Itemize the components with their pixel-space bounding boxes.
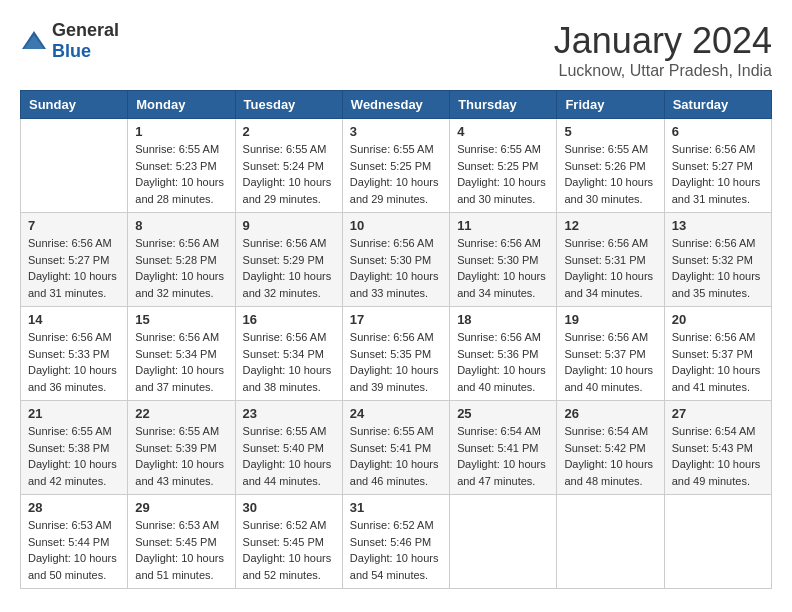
day-number: 6 xyxy=(672,124,764,139)
calendar-cell: 29Sunrise: 6:53 AM Sunset: 5:45 PM Dayli… xyxy=(128,495,235,589)
calendar-week-row: 7Sunrise: 6:56 AM Sunset: 5:27 PM Daylig… xyxy=(21,213,772,307)
calendar-cell: 30Sunrise: 6:52 AM Sunset: 5:45 PM Dayli… xyxy=(235,495,342,589)
column-header-friday: Friday xyxy=(557,91,664,119)
calendar-cell: 9Sunrise: 6:56 AM Sunset: 5:29 PM Daylig… xyxy=(235,213,342,307)
month-year-title: January 2024 xyxy=(554,20,772,62)
day-number: 21 xyxy=(28,406,120,421)
column-header-sunday: Sunday xyxy=(21,91,128,119)
day-info: Sunrise: 6:56 AM Sunset: 5:29 PM Dayligh… xyxy=(243,235,335,301)
day-number: 2 xyxy=(243,124,335,139)
logo-blue: Blue xyxy=(52,41,91,61)
calendar-cell: 19Sunrise: 6:56 AM Sunset: 5:37 PM Dayli… xyxy=(557,307,664,401)
day-number: 31 xyxy=(350,500,442,515)
day-number: 29 xyxy=(135,500,227,515)
column-header-monday: Monday xyxy=(128,91,235,119)
day-number: 30 xyxy=(243,500,335,515)
day-number: 5 xyxy=(564,124,656,139)
day-info: Sunrise: 6:52 AM Sunset: 5:46 PM Dayligh… xyxy=(350,517,442,583)
day-number: 10 xyxy=(350,218,442,233)
day-number: 26 xyxy=(564,406,656,421)
day-number: 27 xyxy=(672,406,764,421)
day-number: 9 xyxy=(243,218,335,233)
day-info: Sunrise: 6:52 AM Sunset: 5:45 PM Dayligh… xyxy=(243,517,335,583)
calendar-cell: 31Sunrise: 6:52 AM Sunset: 5:46 PM Dayli… xyxy=(342,495,449,589)
calendar-cell: 16Sunrise: 6:56 AM Sunset: 5:34 PM Dayli… xyxy=(235,307,342,401)
calendar-week-row: 1Sunrise: 6:55 AM Sunset: 5:23 PM Daylig… xyxy=(21,119,772,213)
calendar-cell: 17Sunrise: 6:56 AM Sunset: 5:35 PM Dayli… xyxy=(342,307,449,401)
day-info: Sunrise: 6:53 AM Sunset: 5:45 PM Dayligh… xyxy=(135,517,227,583)
day-info: Sunrise: 6:53 AM Sunset: 5:44 PM Dayligh… xyxy=(28,517,120,583)
day-number: 24 xyxy=(350,406,442,421)
day-number: 12 xyxy=(564,218,656,233)
column-header-wednesday: Wednesday xyxy=(342,91,449,119)
day-number: 28 xyxy=(28,500,120,515)
day-info: Sunrise: 6:55 AM Sunset: 5:39 PM Dayligh… xyxy=(135,423,227,489)
day-info: Sunrise: 6:56 AM Sunset: 5:28 PM Dayligh… xyxy=(135,235,227,301)
day-number: 18 xyxy=(457,312,549,327)
calendar-cell: 5Sunrise: 6:55 AM Sunset: 5:26 PM Daylig… xyxy=(557,119,664,213)
calendar-cell: 8Sunrise: 6:56 AM Sunset: 5:28 PM Daylig… xyxy=(128,213,235,307)
day-info: Sunrise: 6:56 AM Sunset: 5:37 PM Dayligh… xyxy=(672,329,764,395)
calendar-cell: 25Sunrise: 6:54 AM Sunset: 5:41 PM Dayli… xyxy=(450,401,557,495)
calendar-cell: 21Sunrise: 6:55 AM Sunset: 5:38 PM Dayli… xyxy=(21,401,128,495)
day-info: Sunrise: 6:56 AM Sunset: 5:34 PM Dayligh… xyxy=(135,329,227,395)
day-number: 8 xyxy=(135,218,227,233)
calendar-header-row: SundayMondayTuesdayWednesdayThursdayFrid… xyxy=(21,91,772,119)
calendar-cell: 15Sunrise: 6:56 AM Sunset: 5:34 PM Dayli… xyxy=(128,307,235,401)
calendar-week-row: 21Sunrise: 6:55 AM Sunset: 5:38 PM Dayli… xyxy=(21,401,772,495)
day-info: Sunrise: 6:55 AM Sunset: 5:25 PM Dayligh… xyxy=(350,141,442,207)
day-info: Sunrise: 6:56 AM Sunset: 5:27 PM Dayligh… xyxy=(672,141,764,207)
calendar-cell xyxy=(21,119,128,213)
calendar-table: SundayMondayTuesdayWednesdayThursdayFrid… xyxy=(20,90,772,589)
column-header-thursday: Thursday xyxy=(450,91,557,119)
day-info: Sunrise: 6:56 AM Sunset: 5:31 PM Dayligh… xyxy=(564,235,656,301)
calendar-cell: 24Sunrise: 6:55 AM Sunset: 5:41 PM Dayli… xyxy=(342,401,449,495)
calendar-cell: 6Sunrise: 6:56 AM Sunset: 5:27 PM Daylig… xyxy=(664,119,771,213)
calendar-cell: 2Sunrise: 6:55 AM Sunset: 5:24 PM Daylig… xyxy=(235,119,342,213)
day-info: Sunrise: 6:56 AM Sunset: 5:32 PM Dayligh… xyxy=(672,235,764,301)
day-number: 14 xyxy=(28,312,120,327)
day-number: 16 xyxy=(243,312,335,327)
day-info: Sunrise: 6:55 AM Sunset: 5:23 PM Dayligh… xyxy=(135,141,227,207)
day-info: Sunrise: 6:56 AM Sunset: 5:27 PM Dayligh… xyxy=(28,235,120,301)
day-info: Sunrise: 6:56 AM Sunset: 5:35 PM Dayligh… xyxy=(350,329,442,395)
day-info: Sunrise: 6:55 AM Sunset: 5:41 PM Dayligh… xyxy=(350,423,442,489)
calendar-cell: 28Sunrise: 6:53 AM Sunset: 5:44 PM Dayli… xyxy=(21,495,128,589)
day-info: Sunrise: 6:56 AM Sunset: 5:30 PM Dayligh… xyxy=(457,235,549,301)
day-info: Sunrise: 6:54 AM Sunset: 5:43 PM Dayligh… xyxy=(672,423,764,489)
day-info: Sunrise: 6:55 AM Sunset: 5:40 PM Dayligh… xyxy=(243,423,335,489)
day-number: 15 xyxy=(135,312,227,327)
calendar-cell: 11Sunrise: 6:56 AM Sunset: 5:30 PM Dayli… xyxy=(450,213,557,307)
day-info: Sunrise: 6:56 AM Sunset: 5:36 PM Dayligh… xyxy=(457,329,549,395)
column-header-saturday: Saturday xyxy=(664,91,771,119)
day-number: 4 xyxy=(457,124,549,139)
page-header: General Blue January 2024 Lucknow, Uttar… xyxy=(20,20,772,80)
calendar-cell: 26Sunrise: 6:54 AM Sunset: 5:42 PM Dayli… xyxy=(557,401,664,495)
calendar-cell: 10Sunrise: 6:56 AM Sunset: 5:30 PM Dayli… xyxy=(342,213,449,307)
calendar-cell: 13Sunrise: 6:56 AM Sunset: 5:32 PM Dayli… xyxy=(664,213,771,307)
calendar-week-row: 28Sunrise: 6:53 AM Sunset: 5:44 PM Dayli… xyxy=(21,495,772,589)
calendar-cell xyxy=(450,495,557,589)
day-number: 25 xyxy=(457,406,549,421)
calendar-cell: 20Sunrise: 6:56 AM Sunset: 5:37 PM Dayli… xyxy=(664,307,771,401)
calendar-cell: 27Sunrise: 6:54 AM Sunset: 5:43 PM Dayli… xyxy=(664,401,771,495)
calendar-cell xyxy=(557,495,664,589)
location-subtitle: Lucknow, Uttar Pradesh, India xyxy=(554,62,772,80)
day-info: Sunrise: 6:56 AM Sunset: 5:34 PM Dayligh… xyxy=(243,329,335,395)
day-number: 13 xyxy=(672,218,764,233)
day-number: 23 xyxy=(243,406,335,421)
title-block: January 2024 Lucknow, Uttar Pradesh, Ind… xyxy=(554,20,772,80)
calendar-week-row: 14Sunrise: 6:56 AM Sunset: 5:33 PM Dayli… xyxy=(21,307,772,401)
calendar-cell: 1Sunrise: 6:55 AM Sunset: 5:23 PM Daylig… xyxy=(128,119,235,213)
day-number: 1 xyxy=(135,124,227,139)
day-number: 22 xyxy=(135,406,227,421)
day-info: Sunrise: 6:54 AM Sunset: 5:42 PM Dayligh… xyxy=(564,423,656,489)
day-info: Sunrise: 6:56 AM Sunset: 5:30 PM Dayligh… xyxy=(350,235,442,301)
day-number: 19 xyxy=(564,312,656,327)
calendar-cell: 22Sunrise: 6:55 AM Sunset: 5:39 PM Dayli… xyxy=(128,401,235,495)
logo-general: General xyxy=(52,20,119,40)
calendar-cell: 18Sunrise: 6:56 AM Sunset: 5:36 PM Dayli… xyxy=(450,307,557,401)
day-number: 7 xyxy=(28,218,120,233)
calendar-cell: 14Sunrise: 6:56 AM Sunset: 5:33 PM Dayli… xyxy=(21,307,128,401)
calendar-cell: 23Sunrise: 6:55 AM Sunset: 5:40 PM Dayli… xyxy=(235,401,342,495)
